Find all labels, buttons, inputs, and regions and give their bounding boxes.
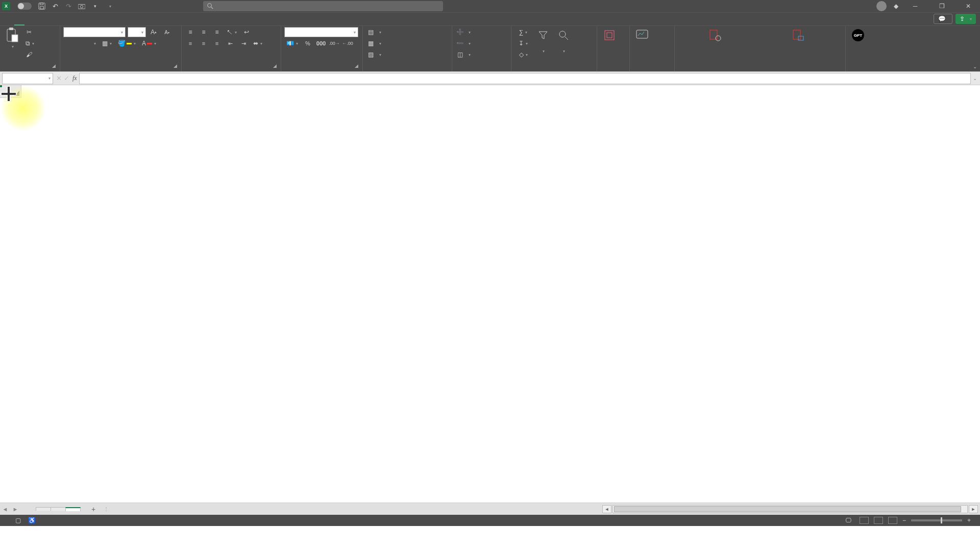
addins-button[interactable] <box>600 27 619 51</box>
add-sheet-button[interactable]: + <box>87 505 100 513</box>
page-break-view-button[interactable] <box>888 517 897 524</box>
align-right-button[interactable]: ≡ <box>211 38 223 48</box>
insert-cells-button[interactable]: ➕▾ <box>455 27 472 37</box>
wrap-text-button[interactable]: ↩ <box>241 27 252 37</box>
scroll-right-icon[interactable]: ► <box>969 505 978 513</box>
accessibility-button[interactable]: ♿ <box>28 517 39 524</box>
increase-decimal-button[interactable]: .00→ <box>329 38 340 48</box>
autosave-toggle[interactable] <box>14 3 32 10</box>
align-top-button[interactable]: ≡ <box>185 27 196 37</box>
expand-formula-bar-icon[interactable]: ⌄ <box>973 76 977 81</box>
merge-button[interactable]: ⬌▾ <box>251 38 264 48</box>
tab-seitenlayout[interactable] <box>35 21 45 26</box>
scrollbar-thumb[interactable] <box>614 506 961 512</box>
fill-button[interactable]: ↧▾ <box>514 38 532 48</box>
sheet-nav-prev-icon[interactable]: ◄ <box>0 506 10 512</box>
undo-icon[interactable]: ↶ <box>51 2 59 10</box>
cut-button[interactable]: ✂ <box>23 27 35 37</box>
select-all-button[interactable] <box>0 85 21 98</box>
copy-button[interactable]: ⧉▾ <box>23 38 36 48</box>
diamond-icon[interactable]: ◆ <box>894 3 898 10</box>
user-account[interactable] <box>873 1 887 11</box>
decrease-decimal-button[interactable]: ←.00 <box>342 38 353 48</box>
tab-start[interactable] <box>14 20 24 26</box>
tab-acrobat[interactable] <box>106 21 116 26</box>
tab-ueberpruefen[interactable] <box>65 21 76 26</box>
qat-customize-icon[interactable]: ▾ <box>91 2 99 10</box>
toggle-switch-icon[interactable] <box>17 3 32 10</box>
zoom-out-button[interactable]: − <box>902 517 906 524</box>
percent-button[interactable]: % <box>302 38 313 48</box>
zoom-in-button[interactable]: + <box>967 517 971 524</box>
number-format-combo[interactable]: ▾ <box>284 27 358 37</box>
bold-button[interactable] <box>63 38 75 48</box>
paste-button[interactable]: ▾ <box>3 27 21 50</box>
indent-increase-button[interactable]: ⇥ <box>238 38 249 48</box>
cells-area[interactable] <box>21 98 980 503</box>
align-left-button[interactable]: ≡ <box>185 38 196 48</box>
comments-button[interactable]: 💬 <box>934 14 952 24</box>
horizontal-scrollbar[interactable]: ◄ ► <box>602 505 980 513</box>
name-box[interactable]: ▾ <box>2 73 53 84</box>
share-button[interactable]: ⇪▾ <box>955 14 976 24</box>
format-as-table-button[interactable]: ▦▾ <box>366 38 382 48</box>
orientation-button[interactable]: ⭦▾ <box>225 27 239 37</box>
zoom-slider[interactable] <box>911 519 962 521</box>
save-icon[interactable] <box>38 2 46 10</box>
comma-style-button[interactable]: 000 <box>315 38 327 48</box>
align-center-button[interactable]: ≡ <box>198 38 209 48</box>
indent-decrease-button[interactable]: ⇤ <box>225 38 236 48</box>
dialog-launcher-icon[interactable]: ◢ <box>273 63 277 68</box>
page-layout-view-button[interactable] <box>874 517 883 524</box>
tab-entwicklertools[interactable] <box>86 21 96 26</box>
align-bottom-button[interactable]: ≡ <box>211 27 223 37</box>
tab-einfuegen[interactable] <box>24 21 35 26</box>
formula-input[interactable] <box>79 73 971 84</box>
formula-enter-icon[interactable]: ✓ <box>64 74 69 82</box>
create-pdf-link-button[interactable] <box>678 27 752 51</box>
decrease-font-button[interactable]: A▾ <box>161 27 173 37</box>
underline-button[interactable]: ▾ <box>90 38 98 48</box>
scroll-left-icon[interactable]: ◄ <box>602 505 611 513</box>
border-button[interactable]: ▦▾ <box>100 38 114 48</box>
tab-formeln[interactable] <box>45 21 55 26</box>
formula-cancel-icon[interactable]: ✕ <box>56 74 62 82</box>
dialog-launcher-icon[interactable]: ◢ <box>174 63 177 68</box>
sheet-tab-2[interactable] <box>51 507 66 511</box>
font-color-button[interactable]: A▾ <box>140 38 158 48</box>
close-button[interactable]: ✕ <box>959 0 978 12</box>
find-select-button[interactable]: ▾ <box>554 27 573 55</box>
data-analysis-button[interactable] <box>633 27 651 44</box>
display-settings-button[interactable]: 🖵 <box>845 517 854 524</box>
minimize-button[interactable]: ─ <box>905 0 925 12</box>
clear-button[interactable]: ◇▾ <box>514 49 532 60</box>
chatgpt-button[interactable]: GPT <box>849 27 867 51</box>
format-cells-button[interactable]: ◫▾ <box>455 49 472 60</box>
autosum-button[interactable]: ∑▾ <box>514 27 532 37</box>
sheet-tab-1[interactable] <box>36 507 51 511</box>
font-size-combo[interactable]: ▾ <box>128 27 146 37</box>
camera-icon[interactable] <box>78 2 86 10</box>
filename[interactable]: ▾ <box>106 4 111 9</box>
redo-icon[interactable]: ↷ <box>64 2 72 10</box>
tab-hilfe[interactable] <box>96 21 106 26</box>
accounting-format-button[interactable]: 💶▾ <box>284 38 300 48</box>
tab-datei[interactable] <box>4 21 14 26</box>
format-painter-button[interactable]: 🖌 <box>23 49 35 60</box>
fx-icon[interactable]: fx <box>72 74 79 82</box>
tab-daten[interactable] <box>55 21 65 26</box>
collapse-ribbon-button[interactable]: ⌄ <box>973 64 977 69</box>
dialog-launcher-icon[interactable]: ◢ <box>355 63 358 68</box>
sort-filter-button[interactable]: ▾ <box>534 27 552 55</box>
delete-cells-button[interactable]: ➖▾ <box>455 38 472 48</box>
normal-view-button[interactable] <box>860 517 869 524</box>
dialog-launcher-icon[interactable]: ◢ <box>52 63 56 68</box>
sheet-tab-3[interactable] <box>65 507 81 511</box>
italic-button[interactable] <box>77 38 88 48</box>
font-name-combo[interactable]: ▾ <box>63 27 126 37</box>
create-pdf-outlook-button[interactable] <box>754 27 842 51</box>
search-input[interactable] <box>203 1 443 11</box>
tab-ansicht[interactable] <box>76 21 86 26</box>
fill-color-button[interactable]: 🪣▾ <box>116 38 138 48</box>
cell-styles-button[interactable]: ▨▾ <box>366 49 382 60</box>
